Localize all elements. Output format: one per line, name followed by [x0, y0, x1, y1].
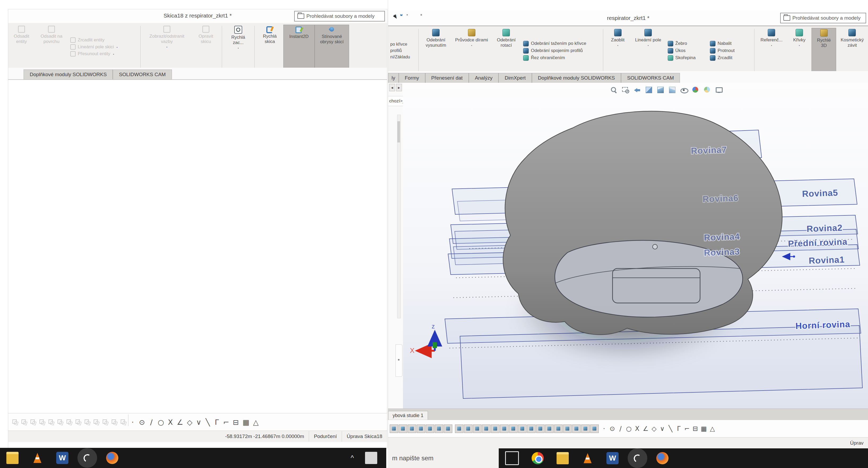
- plane-label-rovina5[interactable]: Rovina5: [802, 188, 838, 199]
- cam-tool-icon[interactable]: [500, 425, 508, 433]
- spline-tool-icon[interactable]: ╲: [668, 425, 673, 432]
- previous-view-icon[interactable]: [633, 86, 641, 94]
- line-tool-icon[interactable]: /: [618, 425, 623, 432]
- edit-appearance-icon[interactable]: [691, 86, 700, 94]
- curves-button[interactable]: Křivky: [787, 28, 811, 73]
- corner-tool-icon[interactable]: Γ: [676, 425, 682, 432]
- sketch-ghost-icon[interactable]: [120, 419, 127, 425]
- trim-tool-icon[interactable]: X: [634, 425, 640, 432]
- section-view-icon[interactable]: [645, 86, 653, 94]
- dropdown-indicator[interactable]: [237, 46, 240, 49]
- hide-show-items-icon[interactable]: [680, 86, 688, 94]
- right-viewport[interactable]: Rovina7 Rovina6 Rovina5 Rovina2 Přední r…: [403, 83, 868, 409]
- point-tool-icon[interactable]: ◇: [652, 425, 657, 432]
- cut-revolve-button[interactable]: Odebrání rotací: [492, 28, 521, 73]
- slot-tool-icon[interactable]: ⊟: [693, 425, 698, 432]
- sketch-ghost-icon[interactable]: [66, 419, 72, 425]
- tab-doplnkove-moduly[interactable]: Doplňkové moduly SOLIDWORKS: [24, 69, 113, 79]
- task-view-icon[interactable]: [505, 451, 519, 465]
- motion-study-tab[interactable]: ybová studie 1: [388, 411, 428, 420]
- mirror-feature-button[interactable]: Zrcadlit: [710, 55, 750, 61]
- tab-analyzy[interactable]: Analýzy: [469, 73, 499, 83]
- dropdown-indicator[interactable]: [470, 44, 473, 46]
- scrollbar-thumb[interactable]: [397, 121, 400, 143]
- instant2d-button[interactable]: Instant2D: [283, 25, 315, 69]
- sketch-ghost-icon[interactable]: [102, 419, 108, 425]
- cut-boundary-button[interactable]: Řez ohraničením: [523, 55, 599, 61]
- line-tool-icon[interactable]: /: [149, 418, 154, 426]
- tray-chevron[interactable]: ^: [351, 454, 354, 462]
- check-tool-icon[interactable]: ∨: [196, 418, 202, 426]
- sketch-ghost-icon[interactable]: [111, 419, 118, 425]
- circle-tool-icon[interactable]: ○: [626, 425, 632, 432]
- grid-tool-icon[interactable]: ▦: [243, 418, 249, 426]
- view-orientation-icon[interactable]: [657, 86, 664, 94]
- dropdown-indicator[interactable]: [116, 45, 118, 48]
- wrap-button[interactable]: Nabalit: [710, 41, 750, 46]
- cam-tool-icon[interactable]: [426, 425, 434, 433]
- solidworks-icon[interactable]: [81, 452, 93, 464]
- plane-label-rovina2[interactable]: Rovina2: [806, 223, 843, 234]
- intersect-button[interactable]: Protnout: [710, 48, 750, 54]
- feature-tree-scrollbar[interactable]: [397, 115, 401, 318]
- angle-tool-icon[interactable]: ∠: [643, 425, 649, 432]
- dropdown-indicator[interactable]: [770, 44, 773, 46]
- polygon-tool-icon[interactable]: △: [253, 418, 259, 426]
- apply-scene-icon[interactable]: [703, 86, 711, 94]
- circle-center-tool-icon[interactable]: ⊙: [139, 418, 145, 426]
- circle-center-tool-icon[interactable]: ⊙: [610, 425, 615, 432]
- tab-solidworks-cam[interactable]: SOLIDWORKS CAM: [113, 69, 172, 79]
- tab-formy[interactable]: Formy: [399, 73, 425, 83]
- mirror-entities-button[interactable]: Zrcadlit entity: [70, 37, 136, 43]
- move-entities-button[interactable]: Přesunout entity: [70, 51, 136, 57]
- dropdown-indicator[interactable]: [166, 45, 168, 48]
- plane-label-horni-rovina[interactable]: Horní rovina: [795, 319, 850, 331]
- firefox-icon[interactable]: [106, 452, 118, 464]
- dropdown-indicator[interactable]: [647, 44, 649, 46]
- display-delete-relations-button[interactable]: Zobrazit/odstranit vazby: [142, 25, 191, 69]
- circle-tool-icon[interactable]: ○: [158, 418, 164, 426]
- plane-label-predni-rovina[interactable]: Přední rovina: [788, 237, 847, 249]
- left-search-box[interactable]: Prohledávat soubory a modely: [294, 11, 385, 22]
- sketch-ghost-icon[interactable]: [75, 419, 82, 425]
- tab-preneseni-dat[interactable]: Přenesení dat: [425, 73, 469, 83]
- sketch-ghost-icon[interactable]: [21, 419, 27, 425]
- cam-tool-icon[interactable]: [545, 425, 554, 433]
- plane-label-rovina3[interactable]: Rovina3: [704, 247, 740, 258]
- grid-tool-icon[interactable]: ▦: [701, 425, 707, 432]
- cam-tool-icon[interactable]: [590, 425, 599, 433]
- word-icon[interactable]: W: [607, 452, 619, 464]
- firefox-icon[interactable]: [656, 452, 669, 464]
- vlc-icon[interactable]: [31, 452, 43, 464]
- plane-label-rovina6[interactable]: Rovina6: [703, 193, 739, 204]
- solidworks-icon[interactable]: [631, 452, 644, 464]
- offset-entities-button[interactable]: Odsadit entity: [8, 25, 35, 69]
- plane-label-rovina1[interactable]: Rovina1: [809, 254, 845, 266]
- cut-extrude-button[interactable]: Odebrání vysunutím: [420, 28, 452, 73]
- vlc-icon[interactable]: [582, 452, 594, 464]
- sketch-ghost-icon[interactable]: [12, 419, 18, 425]
- dropdown-indicator[interactable]: [798, 44, 801, 46]
- corner-tool-icon[interactable]: Γ: [214, 418, 219, 426]
- rapid-snap-button[interactable]: Rychlá zac...: [224, 25, 253, 69]
- offset-corner-tool-icon[interactable]: ⌐: [684, 425, 690, 432]
- rapid-sketch-button[interactable]: Rychlá skica: [256, 25, 283, 69]
- sketch-ghost-icon[interactable]: [39, 419, 45, 425]
- sketch-ghost-icon[interactable]: [30, 419, 36, 425]
- cam-tool-icon[interactable]: [464, 425, 472, 433]
- tab-solidworks-cam[interactable]: SOLIDWORKS CAM: [621, 73, 680, 83]
- cam-tool-icon[interactable]: [491, 425, 499, 433]
- dropdown-indicator[interactable]: [113, 53, 115, 55]
- reference-geometry-button[interactable]: Referenč...: [756, 28, 787, 73]
- cut-sweep-button[interactable]: Odebrání tažením po křivce: [523, 41, 599, 46]
- cam-tool-icon[interactable]: [509, 425, 518, 433]
- rib-button[interactable]: Žebro: [668, 41, 706, 46]
- repair-sketch-button[interactable]: Opravit skicu: [191, 25, 220, 69]
- right-search-box[interactable]: Prohledávat soubory a modely: [780, 13, 866, 23]
- dropdown-dot-icon[interactable]: ·: [130, 418, 135, 426]
- cam-tool-icon[interactable]: [527, 425, 536, 433]
- explorer-icon[interactable]: [6, 452, 19, 464]
- nav-prev-button[interactable]: ◄: [389, 84, 395, 91]
- word-icon[interactable]: W: [56, 452, 68, 464]
- cam-tool-icon[interactable]: [518, 425, 527, 433]
